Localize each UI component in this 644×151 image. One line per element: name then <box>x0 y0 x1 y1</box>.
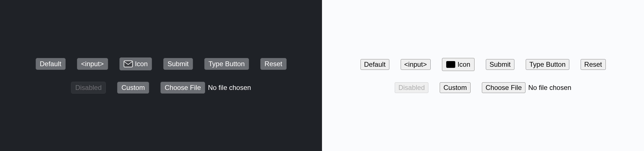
reset-button[interactable]: Reset <box>260 58 287 70</box>
input-button[interactable] <box>401 59 431 70</box>
default-button[interactable]: Default <box>36 58 66 70</box>
envelope-icon <box>124 61 133 67</box>
light-row-2: Disabled Custom Choose File No file chos… <box>395 82 571 93</box>
choose-file-button[interactable]: Choose File <box>160 82 205 94</box>
default-button[interactable]: Default <box>360 59 389 70</box>
icon-button[interactable]: Icon <box>119 57 152 70</box>
dark-row-1: Default Icon Submit Type Button Reset <box>36 57 287 70</box>
icon-button[interactable]: Icon <box>442 58 475 71</box>
icon-button-label: Icon <box>458 61 470 68</box>
custom-button[interactable]: Custom <box>117 82 149 94</box>
input-button[interactable] <box>77 58 108 70</box>
dark-row-2: Disabled Custom Choose File No file chos… <box>71 82 251 94</box>
filled-rect-icon <box>446 61 455 68</box>
dark-panel: Default Icon Submit Type Button Reset Di… <box>0 0 322 151</box>
file-status-text: No file chosen <box>208 84 251 92</box>
custom-button[interactable]: Custom <box>440 82 471 93</box>
icon-button-label: Icon <box>135 60 148 68</box>
submit-button[interactable]: Submit <box>486 59 514 70</box>
light-row-1: Default Icon Submit Type Button Reset <box>360 58 606 71</box>
svg-rect-0 <box>124 61 132 67</box>
reset-button[interactable]: Reset <box>581 59 606 70</box>
type-button[interactable]: Type Button <box>204 58 249 70</box>
submit-button[interactable]: Submit <box>163 58 193 70</box>
file-input[interactable]: Choose File No file chosen <box>482 82 571 93</box>
disabled-button: Disabled <box>71 82 106 94</box>
file-status-text: No file chosen <box>528 84 571 92</box>
type-button[interactable]: Type Button <box>526 59 569 70</box>
disabled-button: Disabled <box>395 82 428 93</box>
light-panel: Default Icon Submit Type Button Reset Di… <box>322 0 644 151</box>
choose-file-button[interactable]: Choose File <box>482 82 525 93</box>
file-input[interactable]: Choose File No file chosen <box>160 82 251 94</box>
